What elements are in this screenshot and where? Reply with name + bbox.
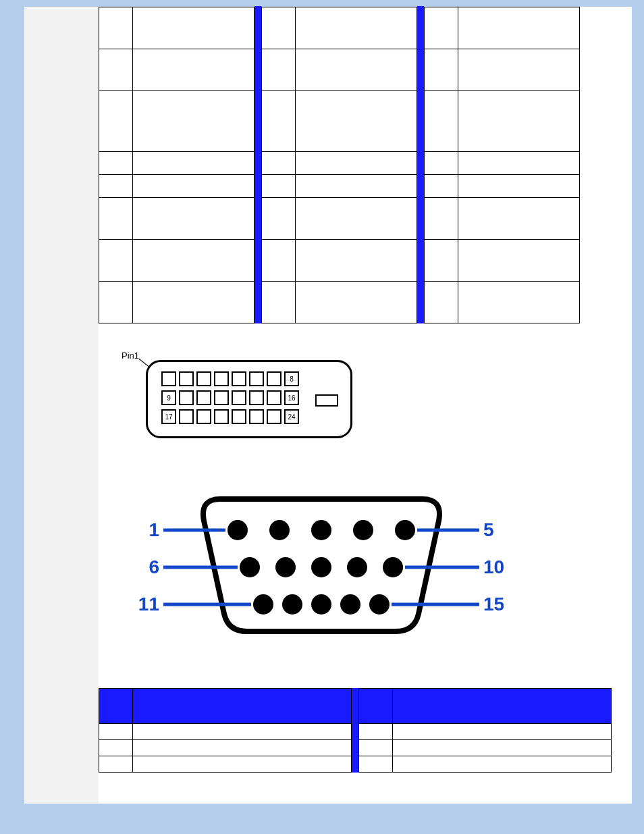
- vga-pin: [383, 557, 403, 577]
- assignment-cell: [296, 175, 417, 198]
- vga-label-5: 5: [483, 519, 494, 540]
- table-row: [425, 240, 580, 282]
- assignment-cell: [458, 91, 580, 152]
- table-row: [425, 91, 580, 152]
- assignment-cell: [458, 7, 580, 49]
- pin-cell: [99, 724, 133, 740]
- vga-header-pin: [359, 689, 393, 724]
- pin-cell: [425, 7, 458, 49]
- vga-pin-table: [99, 688, 632, 773]
- vga-header-pin: [99, 689, 133, 724]
- vga-label-1: 1: [149, 519, 159, 540]
- pin-cell: [99, 756, 133, 773]
- pin-cell: [262, 91, 296, 152]
- assignment-cell: [296, 152, 417, 175]
- dvi-pin: [196, 371, 211, 386]
- dvi-pin: 8: [284, 371, 299, 386]
- dvi-pin: [232, 409, 246, 424]
- vga-label-6: 6: [149, 556, 159, 577]
- vga-table-right: [358, 688, 612, 773]
- table-row: [262, 175, 417, 198]
- assignment-cell: [133, 282, 254, 323]
- dvi-ground-blade: [315, 394, 338, 407]
- table-row: [262, 7, 417, 49]
- vga-header-desc: [133, 689, 352, 724]
- assignment-cell: [133, 152, 254, 175]
- dvi-column-separator: [417, 6, 424, 323]
- pin-cell: [425, 49, 458, 91]
- pin-cell: [99, 240, 133, 282]
- desc-cell: [133, 724, 352, 740]
- dvi-column-1: [99, 7, 254, 323]
- dvi-pin: [232, 390, 246, 405]
- vga-pin: [311, 520, 331, 540]
- table-row: [425, 49, 580, 91]
- vga-pin: [227, 520, 248, 540]
- assignment-cell: [458, 152, 580, 175]
- dvi-pin: [249, 390, 264, 405]
- vga-column-separator: [352, 688, 358, 773]
- pin-cell: [262, 198, 296, 240]
- dvi-pin: [249, 371, 264, 386]
- pin-cell: [425, 240, 458, 282]
- table-row: [262, 49, 417, 91]
- pin-cell: [425, 152, 458, 175]
- assignment-cell: [296, 7, 417, 49]
- vga-pin: [269, 520, 290, 540]
- table-row: [99, 198, 254, 240]
- dvi-pin: [214, 390, 229, 405]
- dvi-column-separator: [254, 6, 261, 323]
- dvi-shell: 89161724: [146, 360, 352, 438]
- table-row: [359, 724, 612, 740]
- dvi-pin: [267, 409, 281, 424]
- vga-header-desc: [393, 689, 612, 724]
- pin-cell: [99, 49, 133, 91]
- vga-connector-diagram: 1 6 11 5 10 15: [99, 486, 632, 661]
- pin-cell: [359, 756, 393, 773]
- dvi-pin-row: 916: [161, 390, 299, 405]
- dvi-pin: 9: [161, 390, 176, 405]
- table-row: [99, 7, 254, 49]
- vga-label-11: 11: [139, 594, 159, 615]
- assignment-cell: [458, 49, 580, 91]
- vga-label-15: 15: [483, 594, 504, 615]
- table-row: [425, 152, 580, 175]
- desc-cell: [393, 724, 612, 740]
- page: Pin1 89161724 1: [0, 0, 644, 834]
- assignment-cell: [133, 175, 254, 198]
- desc-cell: [133, 756, 352, 773]
- table-row: [262, 152, 417, 175]
- assignment-cell: [296, 240, 417, 282]
- table-row: [262, 91, 417, 152]
- document-area: Pin1 89161724 1: [24, 7, 632, 804]
- pin-cell: [262, 7, 296, 49]
- content: Pin1 89161724 1: [24, 7, 632, 804]
- pin-cell: [262, 49, 296, 91]
- dvi-pin: [249, 409, 264, 424]
- assignment-cell: [458, 175, 580, 198]
- vga-pin: [311, 594, 331, 615]
- table-row: [359, 756, 612, 773]
- dvi-pin: [179, 409, 194, 424]
- dvi-pin: [179, 390, 194, 405]
- table-row: [99, 175, 254, 198]
- pin-cell: [262, 152, 296, 175]
- assignment-cell: [296, 282, 417, 323]
- vga-pin: [253, 594, 273, 615]
- pin-cell: [262, 240, 296, 282]
- pin-cell: [425, 175, 458, 198]
- table-row: [262, 198, 417, 240]
- table-row: [425, 175, 580, 198]
- dvi-pin: [196, 390, 211, 405]
- vga-pin: [347, 557, 367, 577]
- dvi-pin: [196, 409, 211, 424]
- dvi-pin-grid: 89161724: [161, 371, 299, 424]
- dvi-pin-row: 1724: [161, 409, 299, 424]
- dvi-pin: [214, 409, 229, 424]
- pin-cell: [425, 91, 458, 152]
- desc-cell: [393, 756, 612, 773]
- vga-pin: [353, 520, 373, 540]
- dvi-column-2: [261, 7, 417, 323]
- dvi-column-3: [424, 7, 580, 323]
- assignment-cell: [458, 198, 580, 240]
